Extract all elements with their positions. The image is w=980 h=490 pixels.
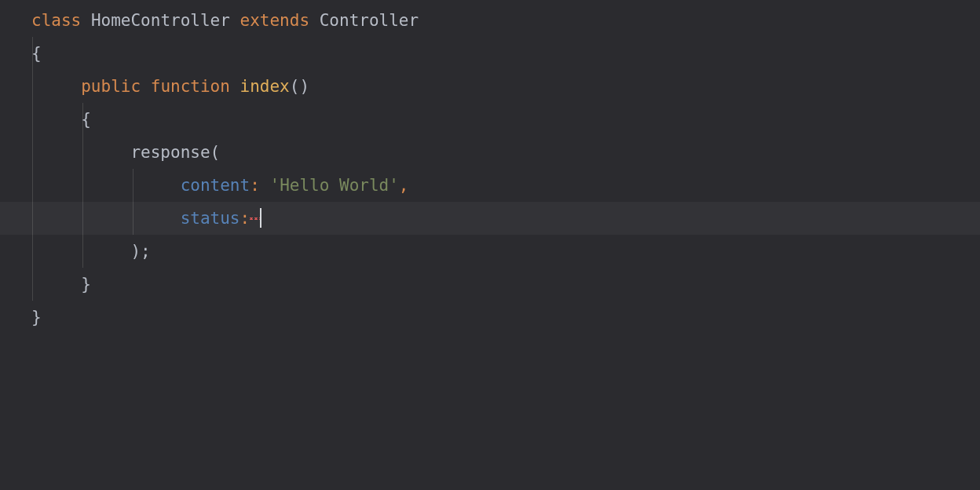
code-line: content: 'Hello World',: [31, 169, 980, 202]
string-literal: 'Hello World': [269, 176, 398, 195]
keyword-extends: extends: [240, 11, 310, 30]
brace-close: }: [31, 308, 42, 327]
comma: ,: [399, 176, 409, 195]
colon: :: [250, 176, 260, 195]
keyword-class: class: [31, 11, 81, 30]
text-cursor: [260, 208, 261, 228]
code-line: {: [31, 103, 980, 136]
brace-close: }: [81, 275, 91, 294]
brace-open: {: [31, 44, 42, 63]
paren-open: (: [210, 143, 221, 162]
method-name: index: [240, 77, 290, 96]
code-line: public function index(): [31, 70, 980, 103]
code-line: }: [31, 301, 980, 334]
keyword-function: function: [151, 77, 230, 96]
code-line: class HomeController extends Controller: [31, 4, 980, 37]
named-arg-content: content: [181, 176, 250, 195]
class-name: HomeController: [91, 11, 230, 30]
code-line: {: [31, 37, 980, 70]
parent-class-name: Controller: [320, 11, 419, 30]
code-line: }: [31, 268, 980, 301]
code-line-active: status:: [0, 202, 980, 235]
paren-close-semi: );: [130, 242, 150, 261]
function-call: response: [130, 143, 210, 162]
brace-open: {: [81, 110, 91, 129]
method-parens: (): [290, 77, 309, 96]
keyword-public: public: [81, 77, 141, 96]
named-arg-status: status: [181, 209, 240, 228]
code-line: );: [31, 235, 980, 268]
code-editor[interactable]: class HomeController extends Controller …: [0, 0, 980, 490]
code-line: response(: [31, 136, 980, 169]
